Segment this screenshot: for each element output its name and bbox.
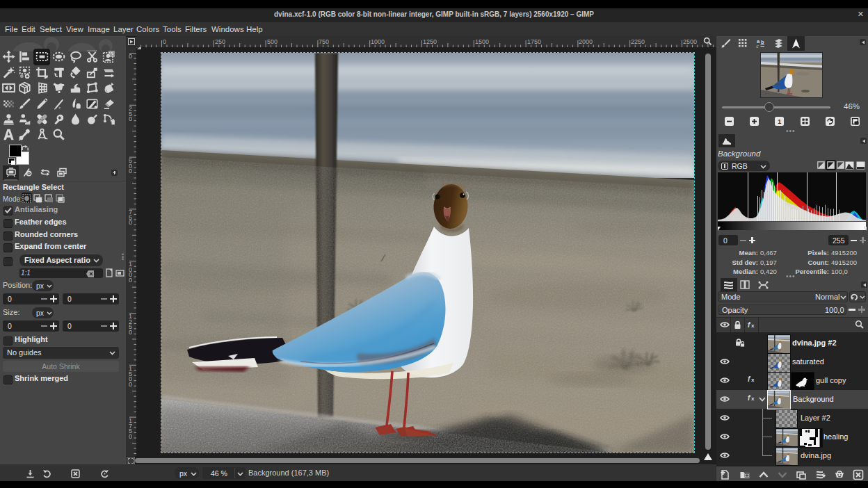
svg-text:o: o (27, 170, 31, 177)
svg-text:1: 1 (778, 118, 781, 125)
